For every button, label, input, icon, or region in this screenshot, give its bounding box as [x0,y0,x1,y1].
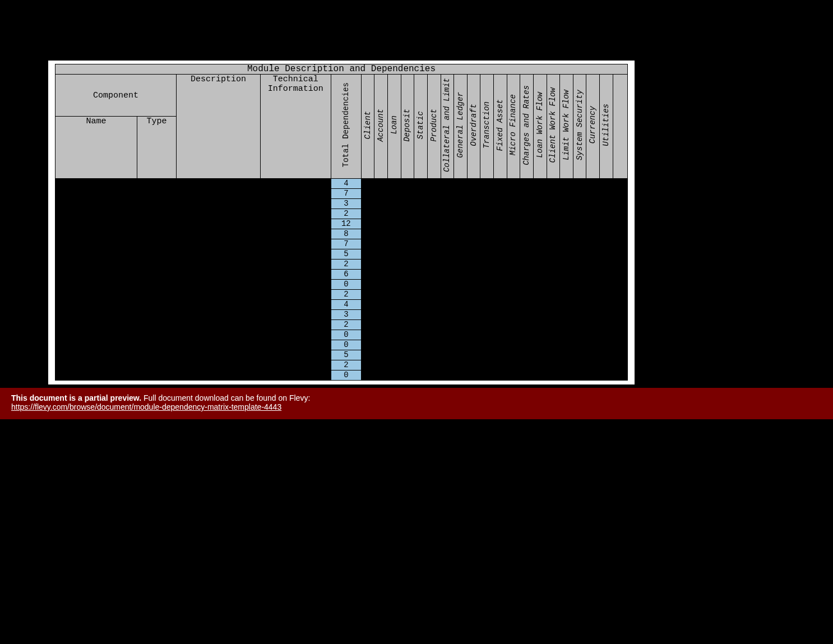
cell-dep [533,340,547,350]
cell-dep [427,189,441,199]
cell-dep [427,260,441,270]
table-row: 8 [55,229,628,239]
table-row: 12 [55,219,628,229]
cell-blank [260,300,331,310]
module-header: Client [361,75,374,179]
cell-dep [361,229,374,239]
cell-dep [586,290,600,300]
cell-dep [401,199,414,209]
cell-blank [137,280,177,290]
cell-blank [177,249,261,260]
cell-dep [454,219,468,229]
cell-dep [480,179,494,189]
cell-blank [137,179,177,189]
cell-dep [507,260,520,270]
cell-dep [573,290,586,300]
cell-dep [374,219,388,229]
cell-dep [388,320,401,330]
cell-dep [560,370,573,381]
cell-dep [560,189,573,199]
cell-dep [414,219,428,229]
cell-dep [361,290,374,300]
cell-dep [560,260,573,270]
cell-dep [494,350,507,360]
cell-dep [480,189,494,199]
cell-dep [441,340,454,350]
cell-blank [177,280,261,290]
cell-blank [177,270,261,280]
cell-blank [177,340,261,350]
footer-link[interactable]: https://flevy.com/browse/document/module… [11,402,281,411]
cell-dep [573,370,586,381]
cell-dep [414,270,428,280]
cell-dep [441,350,454,360]
cell-dep [494,179,507,189]
cell-dep [573,249,586,260]
cell-dep [613,370,627,381]
cell-dep [520,300,534,310]
cell-blank [55,320,137,330]
cell-dep [454,209,468,219]
cell-dep [374,320,388,330]
cell-blank [137,219,177,229]
cell-dep [586,219,600,229]
cell-dep [573,260,586,270]
cell-dep [454,270,468,280]
cell-blank [55,310,137,320]
cell-dep [414,340,428,350]
cell-dep [533,310,547,320]
cell-dep [467,300,480,310]
cell-dep [454,229,468,239]
cell-dep [613,310,627,320]
cell-dep [547,360,560,370]
cell-dep [586,270,600,280]
cell-dep [573,229,586,239]
cell-blank [137,199,177,209]
cell-dep [547,209,560,219]
cell-dep [454,340,468,350]
cell-dep [388,340,401,350]
cell-dep [586,199,600,209]
cell-dep [454,300,468,310]
cell-dep [388,209,401,219]
cell-dep [560,350,573,360]
cell-dep [494,340,507,350]
cell-blank [260,340,331,350]
cell-dep [414,310,428,320]
cell-dep [586,189,600,199]
cell-dep [374,260,388,270]
cell-dep [427,350,441,360]
table-row: 2 [55,290,628,300]
cell-dep [427,340,441,350]
cell-dep [533,260,547,270]
cell-dep [467,219,480,229]
cell-dep [560,229,573,239]
cell-blank [55,249,137,260]
cell-dep [414,350,428,360]
cell-dep [533,290,547,300]
table-row: 5 [55,249,628,260]
cell-total: 8 [331,229,362,239]
cell-dep [374,300,388,310]
cell-dep [467,249,480,260]
cell-dep [361,320,374,330]
header-component: Component [55,75,177,117]
cell-dep [507,290,520,300]
cell-dep [560,330,573,340]
cell-dep [414,239,428,249]
cell-dep [441,290,454,300]
cell-dep [613,350,627,360]
cell-blank [55,209,137,219]
cell-blank [55,370,137,381]
cell-blank [137,360,177,370]
cell-dep [427,179,441,189]
cell-dep [374,209,388,219]
cell-dep [374,340,388,350]
cell-dep [586,360,600,370]
cell-blank [177,179,261,189]
cell-dep [374,290,388,300]
cell-total: 2 [331,360,362,370]
cell-blank [177,290,261,300]
cell-dep [613,179,627,189]
cell-dep [480,249,494,260]
